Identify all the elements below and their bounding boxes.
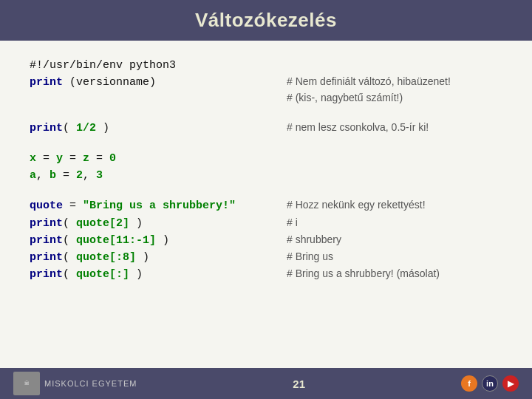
icon-orange-symbol: f	[468, 379, 471, 388]
kw-print3: print	[30, 217, 63, 230]
logo-symbol: 🏛	[24, 381, 30, 386]
comment-half-text: # nem lesz csonkolva, 0.5-ír ki!	[287, 121, 429, 133]
plain-q2a: (	[63, 217, 76, 230]
comment-version: # Nem definiált változó, hibaüzenet! # (…	[281, 74, 451, 106]
comment-q2-text: # i	[287, 216, 298, 228]
comment-version-line1: # Nem definiált változó, hibaüzenet!	[287, 75, 451, 87]
var-x: x	[30, 150, 36, 167]
block-2: print( 1/2 ) # nem lesz csonkolva, 0.5-í…	[30, 120, 502, 137]
icon-red: ▶	[502, 375, 519, 392]
eq1: =	[36, 150, 56, 167]
kw-print4: print	[30, 234, 63, 247]
comment-q8: # Bring us	[281, 249, 333, 265]
code-print-q8: print( quote[:8] )	[30, 249, 281, 266]
block-3: x = y = z = 0 a, b = 2, 3	[30, 150, 502, 185]
var-b: b	[50, 167, 56, 184]
shebang-text: #!/usr/bin/env python3	[30, 57, 176, 74]
slide-content: #!/usr/bin/env python3 print (versionnam…	[0, 41, 532, 368]
block-4: quote = "Bring us a shrubbery!" # Hozz n…	[30, 197, 502, 283]
icon-orange: f	[461, 375, 477, 392]
plain-half: (	[63, 122, 76, 134]
code-print-q11: print( quote[11:-1] )	[30, 232, 281, 249]
comment-version-line2: # (kis-, nagybetű számít!)	[287, 92, 403, 103]
plain-qallb: )	[129, 268, 143, 281]
plain-q11b: )	[156, 234, 169, 247]
var-quote2: quote[2]	[76, 217, 129, 230]
line-xyz: x = y = z = 0	[30, 150, 502, 167]
slide-title: Változókezelés	[0, 0, 532, 41]
var-y: y	[56, 150, 63, 167]
kw-quote: quote	[30, 200, 63, 212]
comment-q8-text: # Bring us	[287, 250, 333, 262]
comment-qall-text: # Bring us a shrubbery! (másolat)	[287, 267, 440, 279]
code-quote-assign: quote = "Bring us a shrubbery!"	[30, 197, 281, 214]
str-quote: "Bring us a shrubbery!"	[83, 200, 236, 212]
plain-half2: )	[96, 122, 109, 134]
code-print-qall: print( quote[:] )	[30, 266, 281, 283]
footer-icons-area: f in ▶	[461, 375, 519, 392]
page-number: 21	[137, 378, 461, 390]
comment-q11-text: # shrubbery	[287, 233, 341, 245]
kw-print2: print	[30, 122, 63, 134]
num-half: 1/2	[76, 122, 96, 134]
icon-darkblue-symbol: in	[486, 379, 494, 388]
plain-q11a: (	[63, 234, 76, 247]
university-name: MISKOLCI EGYETEM	[44, 379, 137, 388]
var-quoteall: quote[:]	[76, 268, 129, 281]
slide-footer: 🏛 MISKOLCI EGYETEM 21 f in ▶	[0, 368, 532, 399]
comment-q2: # i	[281, 215, 298, 231]
plain-q8a: (	[63, 251, 76, 264]
code-print-version: print (versionname)	[30, 74, 281, 91]
line-print-q8: print( quote[:8] ) # Bring us	[30, 249, 502, 266]
icon-red-symbol: ▶	[508, 379, 514, 389]
title-text: Változókezelés	[195, 9, 337, 31]
comment-q11: # shrubbery	[281, 232, 341, 248]
plain-version: (versionname)	[63, 76, 156, 89]
icon-darkblue: in	[482, 375, 498, 392]
var-a: a	[30, 167, 36, 184]
comment-quote-text: # Hozz nekünk egy rekettyést!	[287, 199, 426, 211]
plain-q8b: )	[136, 251, 149, 264]
var-quote11: quote[11:-1]	[76, 234, 156, 247]
code-print-half: print( 1/2 )	[30, 120, 281, 137]
eq3: =	[89, 150, 109, 167]
code-print-q2: print( quote[2] )	[30, 215, 281, 232]
line-print-qall: print( quote[:] ) # Bring us a shrubbery…	[30, 266, 502, 283]
line-print-version: print (versionname) # Nem definiált vált…	[30, 74, 502, 106]
line-print-q2: print( quote[2] ) # i	[30, 215, 502, 232]
comment-qall: # Bring us a shrubbery! (másolat)	[281, 266, 440, 282]
plain-qalla: (	[63, 268, 76, 281]
line-quote-assign: quote = "Bring us a shrubbery!" # Hozz n…	[30, 197, 502, 214]
num-zero: 0	[109, 150, 116, 167]
comma2: ,	[83, 167, 96, 184]
slide: Változókezelés #!/usr/bin/env python3 pr…	[0, 0, 532, 399]
line-print-half: print( 1/2 ) # nem lesz csonkolva, 0.5-í…	[30, 120, 502, 137]
eq2: =	[63, 150, 83, 167]
page-number-text: 21	[293, 378, 305, 390]
num-3: 3	[96, 167, 103, 184]
kw-print5: print	[30, 251, 63, 264]
line-shebang: #!/usr/bin/env python3	[30, 57, 502, 74]
kw-print6: print	[30, 268, 63, 281]
num-2: 2	[76, 167, 83, 184]
eq4: =	[56, 167, 76, 184]
plain-eq-quote: =	[63, 200, 83, 212]
line-print-q11: print( quote[11:-1] ) # shrubbery	[30, 232, 502, 249]
university-logo: 🏛	[13, 372, 40, 395]
block-1: #!/usr/bin/env python3 print (versionnam…	[30, 57, 502, 106]
var-z: z	[83, 150, 89, 167]
var-quote8: quote[:8]	[76, 251, 136, 264]
comma1: ,	[36, 167, 50, 184]
footer-logo-area: 🏛 MISKOLCI EGYETEM	[13, 372, 137, 395]
plain-q2b: )	[129, 217, 143, 230]
kw-print1: print	[30, 76, 63, 89]
line-ab: a, b = 2, 3	[30, 167, 502, 184]
comment-half: # nem lesz csonkolva, 0.5-ír ki!	[281, 120, 429, 136]
comment-quote: # Hozz nekünk egy rekettyést!	[281, 197, 426, 214]
